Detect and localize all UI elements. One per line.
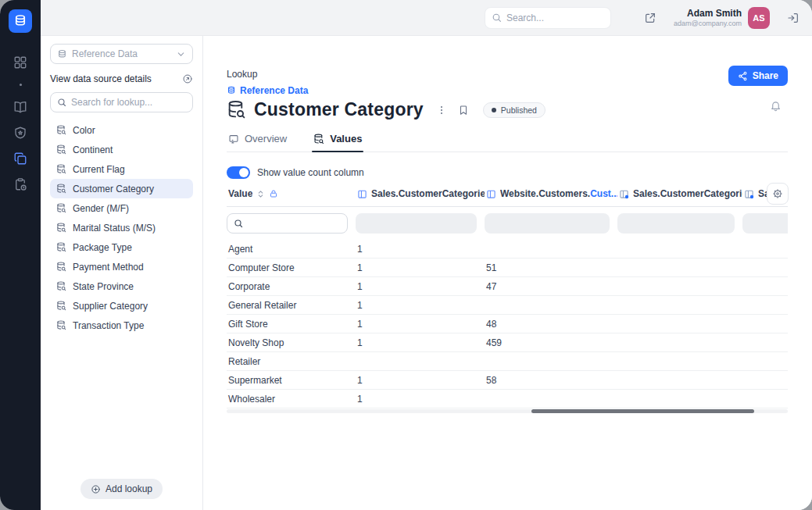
column-header-mapping-2[interactable]: Website.Customers.Cust... [485,188,617,199]
column-header-mapping-1[interactable]: Sales.CustomerCategorie... [356,188,485,199]
value-cell: Novelty Shop [227,337,356,348]
search-icon [492,12,502,23]
column-label: Sales.CustomerCategorie [633,188,742,199]
column-header-mapping-3[interactable]: Sales.CustomerCategorie... [617,188,742,199]
shield-star-icon[interactable] [13,125,28,141]
tab-overview[interactable]: Overview [227,133,288,152]
app-window: Adam Smith adam@company.com AS Reference… [0,0,812,510]
database-icon [57,49,67,59]
values-table: Value Sales.CustomerCategorie... [227,188,788,413]
tab-label: Values [330,133,362,144]
sidebar-item-package-type[interactable]: Package Type [50,237,193,257]
lookup-icon [56,184,66,194]
table-icon [486,189,496,199]
sidebar-item-label: Current Flag [73,164,125,175]
lookup-icon [56,223,66,233]
horizontal-scrollbar [227,409,788,413]
value-cell: Wholesaler [227,394,356,405]
book-icon[interactable] [13,99,28,115]
dashboard-grid-icon[interactable] [13,55,28,70]
sidebar-item-payment-method[interactable]: Payment Method [50,257,193,276]
user-menu[interactable]: Adam Smith adam@company.com AS [674,7,770,29]
count-cell: 51 [485,262,617,273]
count-cell: 1 [356,281,485,292]
column-label: Sales.CustomerCategorie [371,188,485,199]
lookup-icon [227,100,246,119]
lookup-search-input[interactable] [50,92,193,112]
section-label: Lookup [227,69,788,80]
view-data-source-details-link[interactable]: View data source details [50,73,193,84]
tab-values[interactable]: Values [312,133,363,152]
icon-rail [0,0,41,510]
filter-input-disabled [617,213,735,234]
value-filter-input[interactable] [227,213,348,234]
status-dot-icon [492,108,496,112]
logout-icon[interactable] [787,12,799,24]
lookup-icon [56,262,66,272]
table-row: Supermarket158 [227,371,788,390]
gear-icon [772,188,783,199]
column-settings-button[interactable] [767,183,789,205]
table-row: Novelty Shop1459 [227,333,788,352]
sidebar-item-gender[interactable]: Gender (M/F) [50,198,193,218]
bell-icon[interactable] [770,100,782,115]
add-lookup-button[interactable]: Add lookup [80,479,163,499]
sidebar-item-label: Package Type [73,242,132,253]
clipboard-clock-icon[interactable] [13,177,28,192]
table-header-row: Value Sales.CustomerCategorie... [227,188,788,207]
topbar: Adam Smith adam@company.com AS [41,0,812,36]
lookup-search-field[interactable] [71,97,186,108]
data-source-select[interactable]: Reference Data [50,44,193,64]
table-row: Corporate147 [227,277,788,296]
toggle-knob [239,168,249,177]
lookup-icon [56,301,66,311]
sidebar-item-customer-category[interactable]: Customer Category [50,179,193,198]
column-header-value[interactable]: Value [227,188,356,199]
share-button[interactable]: Share [728,66,788,86]
scrollbar-thumb[interactable] [531,409,754,413]
open-external-icon[interactable] [644,12,656,24]
lookup-sidebar: Reference Data View data source details … [41,36,203,510]
lookup-icon [56,125,66,135]
chevron-down-icon [176,49,186,59]
value-cell: Retailer [227,356,356,367]
main-panel: Lookup Reference Data Customer Category [203,36,812,510]
sidebar-item-state-province[interactable]: State Province [50,276,193,296]
more-actions-icon[interactable] [436,105,447,116]
lookup-icon [56,164,66,174]
share-label: Share [753,70,778,81]
value-cell: Gift Store [227,319,356,330]
sidebar-item-supplier-category[interactable]: Supplier Category [50,296,193,316]
value-cell: Supermarket [227,375,356,386]
values-icon [313,134,324,144]
overview-icon [228,134,239,144]
sidebar-item-label: Payment Method [73,262,144,273]
sort-icon[interactable] [256,190,265,198]
layers-icon[interactable] [13,151,28,166]
global-search-field[interactable] [506,12,604,23]
value-count-toggle[interactable] [227,166,250,179]
sidebar-item-transaction-type[interactable]: Transaction Type [50,316,193,335]
status-label: Published [501,105,537,115]
share-nodes-icon [738,71,748,81]
sidebar-item-color[interactable]: Color [50,120,193,140]
database-icon [227,86,236,95]
table-row: General Retailer1 [227,296,788,315]
filter-input-disabled [485,213,610,234]
status-badge: Published [483,102,546,118]
sidebar-item-current-flag[interactable]: Current Flag [50,159,193,179]
avatar[interactable]: AS [748,7,770,29]
count-cell: 48 [485,319,617,330]
lookup-icon [56,144,66,155]
count-cell: 1 [356,319,485,330]
bookmark-icon[interactable] [458,105,469,116]
global-search-input[interactable] [485,7,611,29]
count-cell: 47 [485,281,617,292]
value-cell: General Retailer [227,300,356,311]
app-logo-database-icon [9,9,32,33]
page-title: Customer Category [254,99,424,120]
column-label-highlight: Cust... [590,188,617,199]
sidebar-item-marital-status[interactable]: Marital Status (M/S) [50,218,193,237]
sidebar-item-continent[interactable]: Continent [50,140,193,159]
breadcrumb[interactable]: Reference Data [227,85,308,96]
